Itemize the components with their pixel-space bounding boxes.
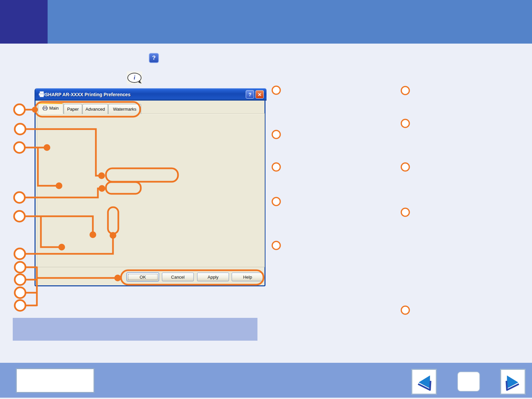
- tab-advanced[interactable]: Advanced: [82, 104, 108, 114]
- help-button[interactable]: Help: [232, 273, 263, 281]
- tab-label: Main: [49, 106, 59, 111]
- printer-icon: [39, 91, 45, 97]
- nav-back-button[interactable]: [411, 369, 437, 395]
- nav-forward-button[interactable]: [500, 369, 526, 395]
- header-dark-block: [0, 0, 48, 44]
- manual-page: ? i SHARP AR-XXXX Printing Preferences ?…: [0, 0, 532, 399]
- tab-label: Watermarks: [113, 107, 136, 112]
- dialog-title: SHARP AR-XXXX Printing Preferences: [45, 92, 130, 97]
- header-blue-bar: [48, 0, 532, 44]
- footer-text-box: [16, 368, 95, 393]
- tab-label: Advanced: [85, 107, 105, 112]
- tab-main[interactable]: Main: [38, 102, 63, 114]
- callout-circles-left: [14, 104, 25, 311]
- tab-label: Paper: [67, 107, 79, 112]
- tab-page-panel: [37, 113, 265, 267]
- info-bubble-tail: [138, 80, 142, 84]
- info-glyph: i: [134, 74, 135, 81]
- back-arrow-icon: [414, 372, 434, 392]
- apply-button[interactable]: Apply: [197, 273, 229, 281]
- info-note-icon: i: [127, 71, 142, 84]
- tab-watermarks[interactable]: Watermarks: [108, 104, 141, 114]
- tab-printer-icon: [43, 106, 48, 110]
- note-box: [13, 318, 257, 341]
- help-badge-icon: ?: [149, 53, 159, 63]
- callout-circles-right: [272, 86, 409, 314]
- printing-preferences-dialog: SHARP AR-XXXX Printing Preferences ? ✕ M…: [35, 88, 265, 286]
- cancel-button[interactable]: Cancel: [162, 273, 194, 281]
- page-number-box: [457, 372, 480, 392]
- forward-arrow-icon: [503, 372, 523, 392]
- info-bubble-icon: i: [127, 73, 141, 83]
- tab-paper[interactable]: Paper: [64, 104, 82, 114]
- dialog-titlebar[interactable]: SHARP AR-XXXX Printing Preferences ? ✕: [36, 88, 267, 101]
- titlebar-close-button[interactable]: ✕: [255, 90, 264, 99]
- titlebar-help-button[interactable]: ?: [246, 90, 254, 99]
- ok-button[interactable]: OK: [127, 273, 159, 281]
